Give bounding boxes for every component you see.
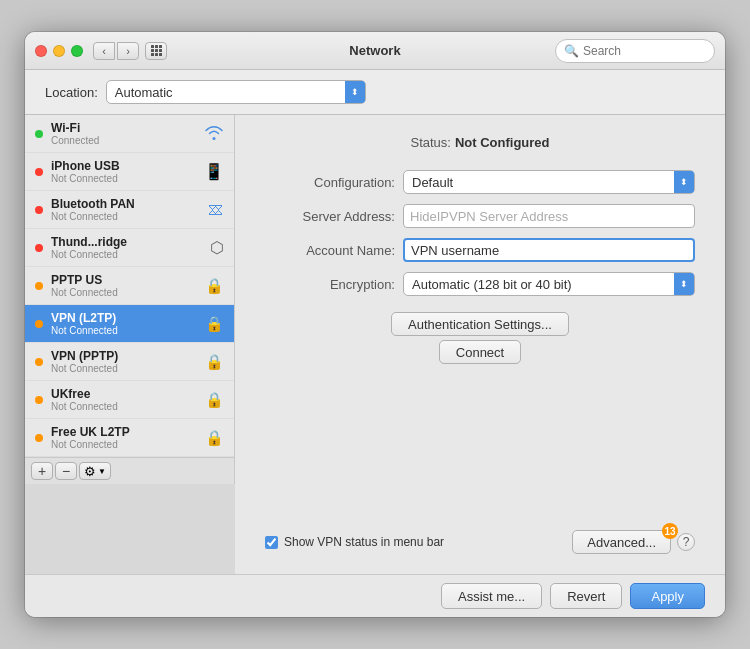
sidebar-item-iphone-usb[interactable]: iPhone USB Not Connected 📱 — [25, 153, 234, 191]
config-select[interactable]: Default ⬍ — [403, 170, 695, 194]
grid-view-button[interactable] — [145, 42, 167, 60]
sidebar-item-vpn-pptp[interactable]: VPN (PPTP) Not Connected 🔒 — [25, 343, 234, 381]
network-status-pptp-us: Not Connected — [51, 287, 197, 298]
network-status-vpn-l2tp: Not Connected — [51, 325, 197, 336]
config-row: Configuration: Default ⬍ — [265, 170, 695, 194]
notification-badge: 13 — [662, 523, 678, 539]
encryption-row: Encryption: Automatic (128 bit or 40 bit… — [265, 272, 695, 296]
back-button[interactable]: ‹ — [93, 42, 115, 60]
lock-icon-vpn-l2tp: 🔒 — [205, 315, 224, 333]
network-info-free-uk: Free UK L2TP Not Connected — [51, 425, 197, 450]
network-name-ukfree: UKfree — [51, 387, 197, 401]
network-info-bluetooth: Bluetooth PAN Not Connected — [51, 197, 200, 222]
account-input[interactable] — [403, 238, 695, 262]
revert-button[interactable]: Revert — [550, 583, 622, 609]
sidebar-item-ukfree[interactable]: UKfree Not Connected 🔒 — [25, 381, 234, 419]
search-box[interactable]: 🔍 — [555, 39, 715, 63]
sidebar-item-bluetooth[interactable]: Bluetooth PAN Not Connected ⯴ — [25, 191, 234, 229]
config-label: Configuration: — [265, 175, 395, 190]
sidebar-item-wifi[interactable]: Wi-Fi Connected — [25, 115, 234, 153]
sidebar-item-thunderbolt[interactable]: Thund...ridge Not Connected ⬡ — [25, 229, 234, 267]
add-network-button[interactable]: + — [31, 462, 53, 480]
encryption-label: Encryption: — [265, 277, 395, 292]
vpn-status-checkbox-row: Show VPN status in menu bar — [265, 535, 444, 549]
network-name-vpn-pptp: VPN (PPTP) — [51, 349, 197, 363]
window: ‹ › Network 🔍 Location: Automatic ⬍ — [25, 32, 725, 617]
status-dot-ukfree — [35, 396, 43, 404]
window-title: Network — [349, 43, 400, 58]
sidebar: Wi-Fi Connected — [25, 115, 235, 457]
assist-me-button[interactable]: Assist me... — [441, 583, 542, 609]
status-dot-iphone — [35, 168, 43, 176]
network-status-wifi: Connected — [51, 135, 196, 146]
sidebar-item-vpn-l2tp[interactable]: VPN (L2TP) Not Connected 🔒 — [25, 305, 234, 343]
nav-buttons: ‹ › — [93, 42, 139, 60]
location-value: Automatic — [115, 85, 173, 100]
network-name-pptp-us: PPTP US — [51, 273, 197, 287]
account-row: Account Name: — [265, 238, 695, 262]
auth-btn-row: Authentication Settings... — [265, 312, 695, 336]
search-input[interactable] — [583, 44, 706, 58]
sidebar-container: Wi-Fi Connected — [25, 115, 235, 574]
advanced-button-label: Advanced... — [587, 535, 656, 550]
network-name-free-uk: Free UK L2TP — [51, 425, 197, 439]
location-label: Location: — [45, 85, 98, 100]
sidebar-bottom-bar: + − ⚙ ▼ — [25, 457, 235, 484]
config-value: Default — [412, 175, 453, 190]
lock-icon-vpn-pptp: 🔒 — [205, 353, 224, 371]
apply-button[interactable]: Apply — [630, 583, 705, 609]
network-status-bluetooth: Not Connected — [51, 211, 200, 222]
status-dot-free-uk — [35, 434, 43, 442]
network-info-wifi: Wi-Fi Connected — [51, 121, 196, 146]
encryption-select[interactable]: Automatic (128 bit or 40 bit) ⬍ — [403, 272, 695, 296]
close-button[interactable] — [35, 45, 47, 57]
vpn-status-checkbox[interactable] — [265, 536, 278, 549]
sidebar-item-pptp-us[interactable]: PPTP US Not Connected 🔒 — [25, 267, 234, 305]
right-bottom: Show VPN status in menu bar Advanced... … — [265, 530, 695, 554]
location-select[interactable]: Automatic ⬍ — [106, 80, 366, 104]
maximize-button[interactable] — [71, 45, 83, 57]
titlebar: ‹ › Network 🔍 — [25, 32, 725, 70]
remove-network-button[interactable]: − — [55, 462, 77, 480]
network-name-thunderbolt: Thund...ridge — [51, 235, 202, 249]
status-dot-pptp-us — [35, 282, 43, 290]
lock-icon-ukfree: 🔒 — [205, 391, 224, 409]
network-status-free-uk: Not Connected — [51, 439, 197, 450]
network-name-vpn-l2tp: VPN (L2TP) — [51, 311, 197, 325]
wifi-icon — [204, 124, 224, 144]
server-input[interactable] — [403, 204, 695, 228]
phone-icon: 📱 — [204, 162, 224, 181]
network-info-vpn-l2tp: VPN (L2TP) Not Connected — [51, 311, 197, 336]
network-info-pptp-us: PPTP US Not Connected — [51, 273, 197, 298]
status-value: Not Configured — [455, 135, 550, 150]
status-dot-wifi — [35, 130, 43, 138]
lock-icon-pptp-us: 🔒 — [205, 277, 224, 295]
account-label: Account Name: — [265, 243, 395, 258]
status-label: Status: — [410, 135, 450, 150]
sidebar-item-free-uk-l2tp[interactable]: Free UK L2TP Not Connected 🔒 — [25, 419, 234, 457]
thunderbolt-icon: ⬡ — [210, 238, 224, 257]
footer: Assist me... Revert Apply — [25, 574, 725, 617]
network-status-thunderbolt: Not Connected — [51, 249, 202, 260]
network-status-vpn-pptp: Not Connected — [51, 363, 197, 374]
network-name-iphone: iPhone USB — [51, 159, 196, 173]
traffic-lights — [35, 45, 83, 57]
advanced-button[interactable]: Advanced... 13 — [572, 530, 671, 554]
network-info-thunderbolt: Thund...ridge Not Connected — [51, 235, 202, 260]
gear-button[interactable]: ⚙ ▼ — [79, 462, 111, 480]
help-button[interactable]: ? — [677, 533, 695, 551]
right-panel: Status: Not Configured Configuration: De… — [235, 115, 725, 574]
network-info-vpn-pptp: VPN (PPTP) Not Connected — [51, 349, 197, 374]
minimize-button[interactable] — [53, 45, 65, 57]
forward-button[interactable]: › — [117, 42, 139, 60]
status-dot-bluetooth — [35, 206, 43, 214]
network-name-wifi: Wi-Fi — [51, 121, 196, 135]
config-dropdown-arrow: ⬍ — [674, 171, 694, 193]
status-dot-thunderbolt — [35, 244, 43, 252]
content: Location: Automatic ⬍ Wi-Fi Connected — [25, 70, 725, 617]
connect-button[interactable]: Connect — [439, 340, 521, 364]
gear-icon: ⚙ — [84, 464, 96, 479]
auth-settings-button[interactable]: Authentication Settings... — [391, 312, 569, 336]
status-dot-vpn-l2tp — [35, 320, 43, 328]
right-actions: Advanced... 13 ? — [572, 530, 695, 554]
